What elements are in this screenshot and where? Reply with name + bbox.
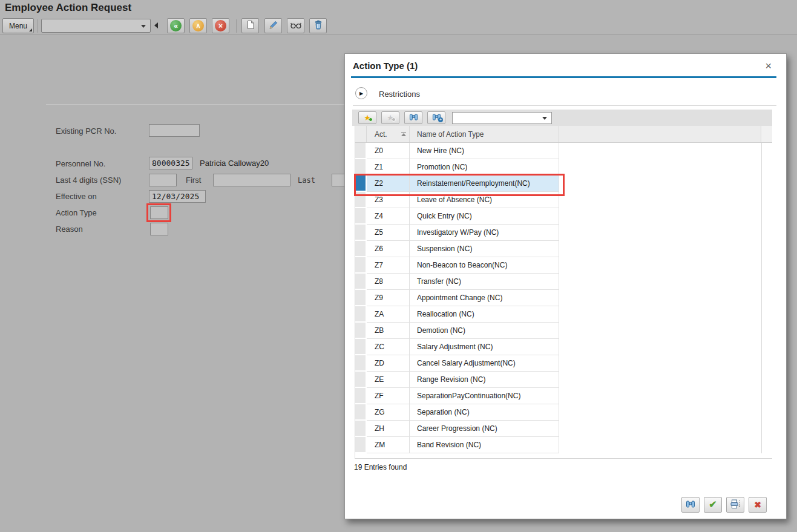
row-filler	[559, 437, 762, 453]
table-row[interactable]: ZH Career Progression (NC)	[355, 421, 762, 437]
table-row[interactable]: Z5 Investigatory W/Pay (NC)	[355, 225, 762, 241]
row-select-cell[interactable]	[355, 421, 367, 437]
row-select-cell[interactable]	[355, 274, 367, 290]
action-code: Z5	[367, 225, 410, 241]
row-select-cell[interactable]	[355, 257, 367, 274]
table-row[interactable]: Z1 Promotion (NC)	[355, 159, 762, 176]
table-row[interactable]: Z2 Reinstatement/Reemployment(NC)	[355, 176, 762, 192]
find-button-footer[interactable]	[681, 497, 700, 513]
close-button[interactable]: ×	[765, 60, 772, 73]
row-select-cell[interactable]	[355, 225, 367, 241]
print-button[interactable]	[726, 497, 744, 513]
row-select-cell[interactable]	[355, 372, 367, 388]
action-name: Reinstatement/Reemployment(NC)	[410, 176, 559, 192]
expand-restrictions-button[interactable]: ▶	[355, 87, 367, 99]
action-type-table: Act. Name of Action Type Z0 New Hire (NC…	[355, 126, 772, 459]
row-select-cell[interactable]	[355, 192, 367, 208]
back-icon: «	[170, 20, 182, 31]
table-row[interactable]: Z0 New Hire (NC)	[355, 143, 762, 159]
row-select-cell[interactable]	[355, 176, 367, 192]
row-select-cell[interactable]	[355, 290, 367, 306]
collapse-toolbar-icon[interactable]	[154, 22, 158, 28]
row-filler	[559, 355, 762, 372]
cancel-button-footer[interactable]: ✖	[749, 497, 767, 513]
find-button[interactable]	[404, 111, 422, 124]
table-row[interactable]: ZC Salary Adjustment (NC)	[355, 339, 762, 355]
action-code: Z9	[367, 290, 410, 306]
table-row[interactable]: ZA Reallocation (NC)	[355, 306, 762, 323]
row-select-cell[interactable]	[355, 208, 367, 225]
row-filler	[559, 339, 762, 355]
sort-ascending-icon	[401, 132, 406, 136]
row-select-cell[interactable]	[355, 323, 367, 339]
display-button[interactable]	[287, 18, 304, 33]
find-next-button[interactable]: +	[427, 111, 445, 124]
command-combobox[interactable]	[41, 19, 151, 33]
effective-on-input[interactable]	[149, 190, 206, 203]
header-name-column[interactable]: Name of Action Type	[410, 126, 559, 142]
create-button[interactable]	[241, 18, 259, 33]
delete-button[interactable]	[309, 18, 327, 33]
existing-pcr-input[interactable]	[149, 124, 200, 137]
action-type-label: Action Type	[56, 208, 97, 217]
action-name: Suspension (NC)	[410, 241, 559, 257]
personnel-no-input[interactable]	[149, 157, 192, 169]
action-code: Z0	[367, 143, 410, 159]
restrictions-label: Restrictions	[379, 90, 420, 99]
row-select-cell[interactable]	[355, 355, 367, 372]
ssn-label: Last 4 digits (SSN)	[56, 176, 121, 185]
action-code: Z8	[367, 274, 410, 290]
cancel-button[interactable]: ×	[212, 18, 229, 33]
dialog-title: Action Type (1)	[353, 61, 418, 71]
menu-button[interactable]: Menu	[2, 18, 34, 33]
header-act-column[interactable]: Act.	[367, 126, 410, 142]
checkmark-icon: ✔	[709, 500, 717, 510]
table-row[interactable]: ZM Band Revision (NC)	[355, 437, 762, 453]
row-select-cell[interactable]	[355, 388, 367, 404]
gray-dot-icon	[392, 117, 396, 122]
row-filler	[559, 274, 762, 290]
action-code: ZM	[367, 437, 410, 453]
action-type-input[interactable]	[150, 206, 168, 219]
table-row[interactable]: Z6 Suspension (NC)	[355, 241, 762, 257]
table-row[interactable]: ZB Demotion (NC)	[355, 323, 762, 339]
row-select-cell[interactable]	[355, 404, 367, 421]
exit-button[interactable]: ∧	[189, 18, 207, 33]
row-filler	[559, 143, 762, 159]
table-row[interactable]: Z9 Appointment Change (NC)	[355, 290, 762, 306]
row-select-cell[interactable]	[355, 159, 367, 176]
filter-combobox[interactable]	[452, 112, 552, 124]
row-select-cell[interactable]	[355, 306, 367, 323]
back-button[interactable]: «	[167, 18, 185, 33]
table-row[interactable]: ZF SeparationPayContinuation(NC)	[355, 388, 762, 404]
dialog-toolbar: ★ ★ +	[352, 110, 772, 126]
personal-value-list-button[interactable]: ★	[358, 111, 376, 124]
row-select-cell[interactable]	[355, 339, 367, 355]
action-code: Z6	[367, 241, 410, 257]
reason-input[interactable]	[150, 223, 168, 235]
action-code: ZE	[367, 372, 410, 388]
edit-button[interactable]	[264, 18, 282, 33]
table-row[interactable]: ZE Range Revision (NC)	[355, 372, 762, 388]
table-row[interactable]: ZG Separation (NC)	[355, 404, 762, 421]
table-row[interactable]: Z4 Quick Entry (NC)	[355, 208, 762, 225]
action-name: Transfer (NC)	[410, 274, 559, 290]
table-row[interactable]: ZD Cancel Salary Adjustment(NC)	[355, 355, 762, 372]
table-row[interactable]: Z7 Non-Beacon to Beacon(NC)	[355, 257, 762, 274]
binoculars-icon	[409, 113, 418, 123]
table-row[interactable]: Z8 Transfer (NC)	[355, 274, 762, 290]
glasses-icon	[290, 21, 301, 31]
row-select-cell[interactable]	[355, 437, 367, 453]
ssn-input[interactable]	[149, 174, 177, 186]
existing-pcr-label: Existing PCR No.	[56, 126, 116, 136]
action-code: ZH	[367, 421, 410, 437]
effective-on-label: Effective on	[56, 192, 97, 201]
title-underline	[351, 76, 776, 78]
action-name: Cancel Salary Adjustment(NC)	[410, 355, 559, 372]
row-select-cell[interactable]	[355, 241, 367, 257]
copy-button[interactable]: ✔	[704, 497, 722, 513]
action-name: SeparationPayContinuation(NC)	[410, 388, 559, 404]
row-select-cell[interactable]	[355, 143, 367, 159]
first-name-input[interactable]	[213, 174, 290, 186]
table-row[interactable]: Z3 Leave of Absence (NC)	[355, 192, 762, 208]
